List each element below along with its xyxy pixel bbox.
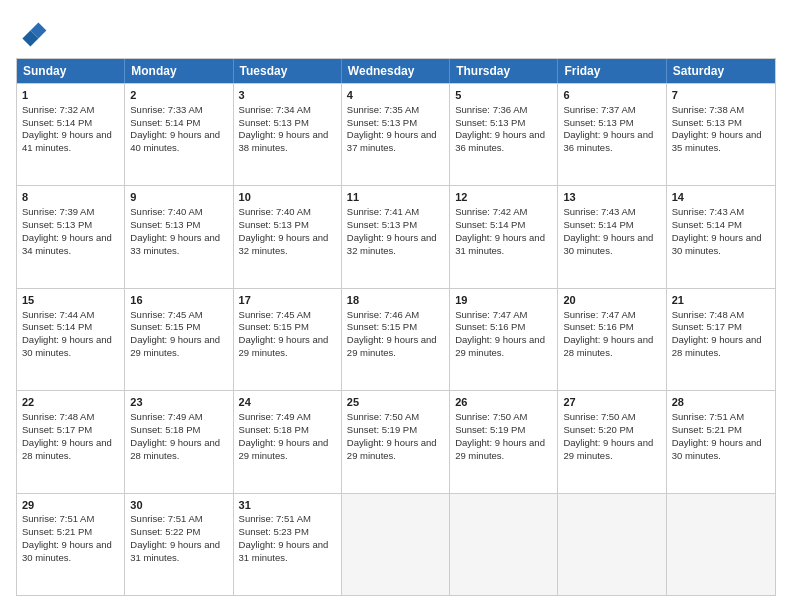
- sunrise: Sunrise: 7:43 AM: [563, 206, 635, 217]
- calendar: SundayMondayTuesdayWednesdayThursdayFrid…: [16, 58, 776, 596]
- daylight: Daylight: 9 hours and 31 minutes.: [130, 539, 220, 563]
- sunset: Sunset: 5:20 PM: [563, 424, 633, 435]
- calendar-cell: 20Sunrise: 7:47 AMSunset: 5:16 PMDayligh…: [558, 289, 666, 390]
- calendar-cell: 19Sunrise: 7:47 AMSunset: 5:16 PMDayligh…: [450, 289, 558, 390]
- day-number: 5: [455, 88, 552, 103]
- calendar-body: 1Sunrise: 7:32 AMSunset: 5:14 PMDaylight…: [17, 83, 775, 595]
- sunset: Sunset: 5:14 PM: [563, 219, 633, 230]
- daylight: Daylight: 9 hours and 29 minutes.: [239, 334, 329, 358]
- calendar-cell: [558, 494, 666, 595]
- sunrise: Sunrise: 7:39 AM: [22, 206, 94, 217]
- daylight: Daylight: 9 hours and 29 minutes.: [563, 437, 653, 461]
- header-cell-monday: Monday: [125, 59, 233, 83]
- calendar-cell: 2Sunrise: 7:33 AMSunset: 5:14 PMDaylight…: [125, 84, 233, 185]
- day-number: 16: [130, 293, 227, 308]
- sunrise: Sunrise: 7:50 AM: [347, 411, 419, 422]
- calendar-row-3: 15Sunrise: 7:44 AMSunset: 5:14 PMDayligh…: [17, 288, 775, 390]
- sunrise: Sunrise: 7:44 AM: [22, 309, 94, 320]
- calendar-cell: 21Sunrise: 7:48 AMSunset: 5:17 PMDayligh…: [667, 289, 775, 390]
- daylight: Daylight: 9 hours and 34 minutes.: [22, 232, 112, 256]
- sunset: Sunset: 5:13 PM: [672, 117, 742, 128]
- sunrise: Sunrise: 7:49 AM: [130, 411, 202, 422]
- sunrise: Sunrise: 7:43 AM: [672, 206, 744, 217]
- day-number: 19: [455, 293, 552, 308]
- sunrise: Sunrise: 7:51 AM: [130, 513, 202, 524]
- calendar-cell: 23Sunrise: 7:49 AMSunset: 5:18 PMDayligh…: [125, 391, 233, 492]
- daylight: Daylight: 9 hours and 29 minutes.: [239, 437, 329, 461]
- calendar-cell: 11Sunrise: 7:41 AMSunset: 5:13 PMDayligh…: [342, 186, 450, 287]
- daylight: Daylight: 9 hours and 29 minutes.: [455, 334, 545, 358]
- sunset: Sunset: 5:13 PM: [239, 219, 309, 230]
- sunrise: Sunrise: 7:32 AM: [22, 104, 94, 115]
- day-number: 20: [563, 293, 660, 308]
- sunset: Sunset: 5:17 PM: [22, 424, 92, 435]
- day-number: 30: [130, 498, 227, 513]
- sunrise: Sunrise: 7:47 AM: [455, 309, 527, 320]
- sunrise: Sunrise: 7:50 AM: [455, 411, 527, 422]
- day-number: 1: [22, 88, 119, 103]
- day-number: 3: [239, 88, 336, 103]
- calendar-cell: 25Sunrise: 7:50 AMSunset: 5:19 PMDayligh…: [342, 391, 450, 492]
- calendar-row-2: 8Sunrise: 7:39 AMSunset: 5:13 PMDaylight…: [17, 185, 775, 287]
- sunset: Sunset: 5:17 PM: [672, 321, 742, 332]
- day-number: 11: [347, 190, 444, 205]
- day-number: 7: [672, 88, 770, 103]
- sunset: Sunset: 5:23 PM: [239, 526, 309, 537]
- day-number: 14: [672, 190, 770, 205]
- sunset: Sunset: 5:13 PM: [239, 117, 309, 128]
- daylight: Daylight: 9 hours and 30 minutes.: [22, 334, 112, 358]
- daylight: Daylight: 9 hours and 30 minutes.: [672, 232, 762, 256]
- sunrise: Sunrise: 7:36 AM: [455, 104, 527, 115]
- daylight: Daylight: 9 hours and 28 minutes.: [672, 334, 762, 358]
- daylight: Daylight: 9 hours and 29 minutes.: [130, 334, 220, 358]
- day-number: 22: [22, 395, 119, 410]
- daylight: Daylight: 9 hours and 35 minutes.: [672, 129, 762, 153]
- sunset: Sunset: 5:19 PM: [455, 424, 525, 435]
- sunrise: Sunrise: 7:40 AM: [130, 206, 202, 217]
- sunrise: Sunrise: 7:38 AM: [672, 104, 744, 115]
- calendar-cell: 17Sunrise: 7:45 AMSunset: 5:15 PMDayligh…: [234, 289, 342, 390]
- header-cell-sunday: Sunday: [17, 59, 125, 83]
- daylight: Daylight: 9 hours and 29 minutes.: [347, 437, 437, 461]
- sunset: Sunset: 5:14 PM: [455, 219, 525, 230]
- calendar-cell: 15Sunrise: 7:44 AMSunset: 5:14 PMDayligh…: [17, 289, 125, 390]
- daylight: Daylight: 9 hours and 33 minutes.: [130, 232, 220, 256]
- daylight: Daylight: 9 hours and 30 minutes.: [672, 437, 762, 461]
- day-number: 13: [563, 190, 660, 205]
- calendar-cell: [450, 494, 558, 595]
- calendar-row-4: 22Sunrise: 7:48 AMSunset: 5:17 PMDayligh…: [17, 390, 775, 492]
- day-number: 26: [455, 395, 552, 410]
- header-cell-friday: Friday: [558, 59, 666, 83]
- sunrise: Sunrise: 7:51 AM: [672, 411, 744, 422]
- calendar-cell: 8Sunrise: 7:39 AMSunset: 5:13 PMDaylight…: [17, 186, 125, 287]
- sunrise: Sunrise: 7:51 AM: [22, 513, 94, 524]
- calendar-cell: 9Sunrise: 7:40 AMSunset: 5:13 PMDaylight…: [125, 186, 233, 287]
- calendar-cell: [667, 494, 775, 595]
- sunrise: Sunrise: 7:35 AM: [347, 104, 419, 115]
- daylight: Daylight: 9 hours and 28 minutes.: [563, 334, 653, 358]
- daylight: Daylight: 9 hours and 37 minutes.: [347, 129, 437, 153]
- day-number: 23: [130, 395, 227, 410]
- day-number: 15: [22, 293, 119, 308]
- daylight: Daylight: 9 hours and 32 minutes.: [347, 232, 437, 256]
- sunset: Sunset: 5:14 PM: [672, 219, 742, 230]
- calendar-cell: 24Sunrise: 7:49 AMSunset: 5:18 PMDayligh…: [234, 391, 342, 492]
- calendar-cell: 27Sunrise: 7:50 AMSunset: 5:20 PMDayligh…: [558, 391, 666, 492]
- calendar-cell: 4Sunrise: 7:35 AMSunset: 5:13 PMDaylight…: [342, 84, 450, 185]
- day-number: 31: [239, 498, 336, 513]
- day-number: 29: [22, 498, 119, 513]
- day-number: 4: [347, 88, 444, 103]
- page: SundayMondayTuesdayWednesdayThursdayFrid…: [0, 0, 792, 612]
- sunset: Sunset: 5:13 PM: [130, 219, 200, 230]
- calendar-cell: 14Sunrise: 7:43 AMSunset: 5:14 PMDayligh…: [667, 186, 775, 287]
- day-number: 18: [347, 293, 444, 308]
- day-number: 6: [563, 88, 660, 103]
- calendar-cell: 5Sunrise: 7:36 AMSunset: 5:13 PMDaylight…: [450, 84, 558, 185]
- header-cell-tuesday: Tuesday: [234, 59, 342, 83]
- calendar-cell: 7Sunrise: 7:38 AMSunset: 5:13 PMDaylight…: [667, 84, 775, 185]
- sunrise: Sunrise: 7:48 AM: [22, 411, 94, 422]
- day-number: 9: [130, 190, 227, 205]
- sunrise: Sunrise: 7:47 AM: [563, 309, 635, 320]
- sunrise: Sunrise: 7:41 AM: [347, 206, 419, 217]
- day-number: 28: [672, 395, 770, 410]
